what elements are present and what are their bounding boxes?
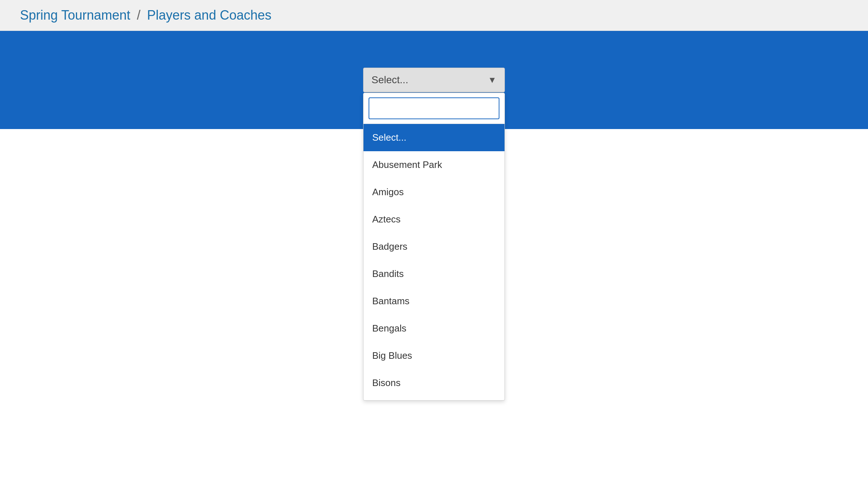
page-container: Spring Tournament / Players and Coaches … — [0, 0, 868, 482]
dropdown-item[interactable]: Aztecs — [363, 206, 505, 233]
breadcrumb-parent-link[interactable]: Spring Tournament — [20, 8, 130, 23]
dropdown-item[interactable]: Bantams — [363, 288, 505, 315]
breadcrumb-separator: / — [137, 8, 141, 23]
dropdown-search-input[interactable] — [369, 97, 499, 119]
dropdown-search-wrapper — [363, 93, 505, 124]
dropdown-item[interactable]: Amigos — [363, 178, 505, 206]
team-select-dropdown[interactable]: Select... ▼ — [363, 68, 505, 92]
dropdown-selected-text: Select... — [371, 74, 408, 86]
breadcrumb-current: Players and Coaches — [147, 8, 272, 23]
dropdown-item[interactable]: Abusement Park — [363, 151, 505, 178]
dropdown-item[interactable]: Bisons — [363, 369, 505, 397]
dropdown-item[interactable]: Bandits — [363, 260, 505, 288]
dropdown-item[interactable]: Big Blues — [363, 342, 505, 369]
breadcrumb-bar: Spring Tournament / Players and Coaches — [0, 0, 868, 31]
dropdown-panel: Select...Abusement ParkAmigosAztecsBadge… — [363, 93, 505, 401]
dropdown-item[interactable]: Badgers — [363, 233, 505, 260]
chevron-down-icon: ▼ — [488, 75, 497, 85]
dropdown-list: Select...Abusement ParkAmigosAztecsBadge… — [363, 124, 505, 400]
dropdown-item[interactable]: Black Antelopes — [363, 397, 505, 400]
dropdown-item[interactable]: Select... — [363, 124, 505, 151]
dropdown-item[interactable]: Bengals — [363, 315, 505, 342]
